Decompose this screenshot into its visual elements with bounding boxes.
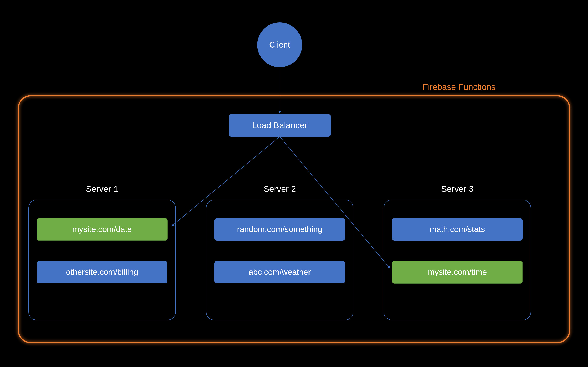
load-balancer-node: Load Balancer	[229, 114, 331, 137]
load-balancer-label: Load Balancer	[252, 120, 307, 130]
server-title: Server 3	[441, 184, 474, 194]
server-box	[384, 200, 531, 320]
firebase-label: Firebase Functions	[423, 82, 495, 92]
function-label: abc.com/weather	[249, 267, 311, 276]
function-label: othersite.com/billing	[66, 267, 138, 276]
arrow-lb-to-server1-fn0	[172, 137, 280, 226]
server-group: Server 3math.com/statsmysite.com/time	[384, 184, 531, 320]
function-label: mysite.com/date	[72, 225, 132, 234]
function-label: mysite.com/time	[428, 267, 487, 276]
client-node: Client	[257, 22, 302, 67]
server-title: Server 1	[86, 184, 118, 194]
client-label: Client	[269, 40, 290, 49]
server-box	[29, 200, 176, 320]
function-label: random.com/something	[237, 225, 322, 234]
arrow-lb-to-server3-fn1	[280, 137, 390, 268]
server-group: Server 1mysite.com/dateothersite.com/bil…	[29, 184, 176, 320]
function-label: math.com/stats	[430, 225, 485, 234]
server-group: Server 2random.com/somethingabc.com/weat…	[206, 184, 353, 320]
server-box	[206, 200, 353, 320]
server-title: Server 2	[264, 184, 296, 194]
